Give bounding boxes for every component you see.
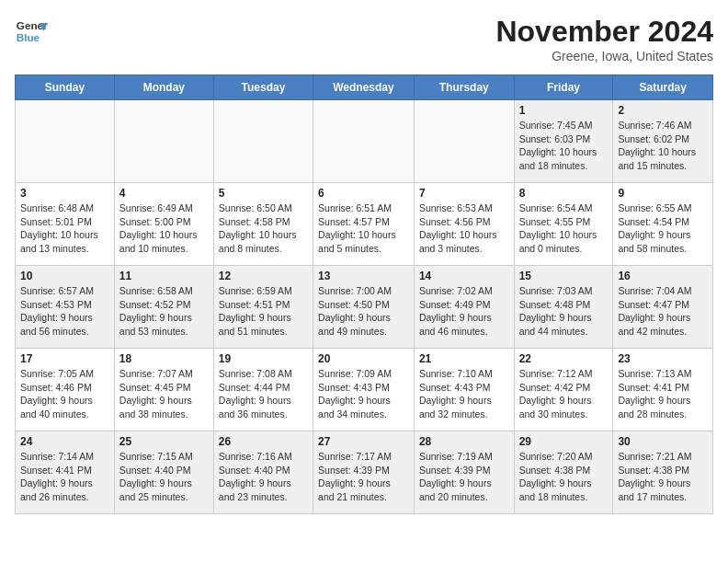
day-info: Sunrise: 7:13 AM Sunset: 4:41 PM Dayligh… — [618, 367, 708, 421]
day-number: 26 — [219, 435, 308, 448]
day-info: Sunrise: 6:50 AM Sunset: 4:58 PM Dayligh… — [219, 201, 308, 256]
day-number: 13 — [318, 270, 409, 282]
day-number: 11 — [119, 270, 209, 282]
calendar-cell: 5Sunrise: 6:50 AM Sunset: 4:58 PM Daylig… — [213, 183, 313, 266]
day-number: 10 — [20, 270, 109, 282]
day-number: 21 — [419, 352, 509, 365]
day-info: Sunrise: 6:58 AM Sunset: 4:52 PM Dayligh… — [119, 284, 209, 339]
calendar-cell: 12Sunrise: 6:59 AM Sunset: 4:51 PM Dayli… — [213, 266, 313, 349]
day-info: Sunrise: 6:51 AM Sunset: 4:57 PM Dayligh… — [318, 201, 409, 256]
day-number: 25 — [119, 435, 209, 448]
day-number: 14 — [419, 270, 509, 282]
day-number: 6 — [318, 187, 409, 200]
day-info: Sunrise: 7:02 AM Sunset: 4:49 PM Dayligh… — [419, 284, 509, 339]
calendar-cell: 10Sunrise: 6:57 AM Sunset: 4:53 PM Dayli… — [16, 266, 115, 349]
calendar-cell — [114, 100, 213, 183]
calendar-cell: 27Sunrise: 7:17 AM Sunset: 4:39 PM Dayli… — [313, 431, 415, 514]
calendar-cell: 29Sunrise: 7:20 AM Sunset: 4:38 PM Dayli… — [514, 431, 613, 514]
day-number: 2 — [618, 104, 708, 117]
calendar-cell: 28Sunrise: 7:19 AM Sunset: 4:39 PM Dayli… — [414, 431, 514, 514]
calendar-cell: 22Sunrise: 7:12 AM Sunset: 4:42 PM Dayli… — [514, 349, 613, 431]
day-info: Sunrise: 7:08 AM Sunset: 4:44 PM Dayligh… — [219, 367, 308, 421]
weekday-header-cell: Friday — [514, 75, 613, 100]
day-number: 29 — [519, 435, 609, 448]
calendar-cell: 6Sunrise: 6:51 AM Sunset: 4:57 PM Daylig… — [313, 183, 415, 266]
day-info: Sunrise: 7:20 AM Sunset: 4:38 PM Dayligh… — [519, 450, 609, 504]
calendar-cell: 18Sunrise: 7:07 AM Sunset: 4:45 PM Dayli… — [114, 349, 213, 431]
day-info: Sunrise: 6:48 AM Sunset: 5:01 PM Dayligh… — [20, 201, 109, 256]
calendar-cell: 30Sunrise: 7:21 AM Sunset: 4:38 PM Dayli… — [613, 431, 713, 514]
day-number: 8 — [519, 187, 609, 200]
day-info: Sunrise: 7:19 AM Sunset: 4:39 PM Dayligh… — [419, 450, 509, 504]
calendar-cell: 23Sunrise: 7:13 AM Sunset: 4:41 PM Dayli… — [613, 349, 713, 431]
month-title: November 2024 — [495, 15, 713, 49]
calendar-cell: 4Sunrise: 6:49 AM Sunset: 5:00 PM Daylig… — [114, 183, 213, 266]
weekday-header: SundayMondayTuesdayWednesdayThursdayFrid… — [16, 75, 713, 100]
day-number: 23 — [618, 352, 708, 365]
calendar-body: 1Sunrise: 7:45 AM Sunset: 6:03 PM Daylig… — [16, 100, 713, 514]
day-info: Sunrise: 7:00 AM Sunset: 4:50 PM Dayligh… — [318, 284, 409, 339]
day-number: 24 — [20, 435, 109, 448]
calendar-cell: 17Sunrise: 7:05 AM Sunset: 4:46 PM Dayli… — [16, 349, 115, 431]
day-info: Sunrise: 7:09 AM Sunset: 4:43 PM Dayligh… — [318, 367, 409, 421]
day-number: 9 — [618, 187, 708, 200]
calendar-cell: 3Sunrise: 6:48 AM Sunset: 5:01 PM Daylig… — [16, 183, 115, 266]
calendar-cell: 9Sunrise: 6:55 AM Sunset: 4:54 PM Daylig… — [613, 183, 713, 266]
day-info: Sunrise: 6:53 AM Sunset: 4:56 PM Dayligh… — [419, 201, 509, 256]
calendar-cell — [16, 100, 115, 183]
calendar-week: 1Sunrise: 7:45 AM Sunset: 6:03 PM Daylig… — [16, 100, 713, 183]
calendar-cell: 20Sunrise: 7:09 AM Sunset: 4:43 PM Dayli… — [313, 349, 415, 431]
day-info: Sunrise: 6:59 AM Sunset: 4:51 PM Dayligh… — [219, 284, 308, 339]
day-number: 5 — [219, 187, 308, 200]
header: General Blue November 2024 Greene, Iowa,… — [15, 15, 713, 63]
title-area: November 2024 Greene, Iowa, United State… — [495, 15, 713, 63]
calendar-cell: 1Sunrise: 7:45 AM Sunset: 6:03 PM Daylig… — [514, 100, 613, 183]
day-number: 1 — [519, 104, 609, 117]
weekday-header-cell: Thursday — [414, 75, 514, 100]
day-info: Sunrise: 6:54 AM Sunset: 4:55 PM Dayligh… — [519, 201, 609, 256]
day-info: Sunrise: 7:12 AM Sunset: 4:42 PM Dayligh… — [519, 367, 609, 421]
day-info: Sunrise: 7:04 AM Sunset: 4:47 PM Dayligh… — [618, 284, 708, 339]
day-info: Sunrise: 7:14 AM Sunset: 4:41 PM Dayligh… — [20, 450, 109, 504]
calendar-cell: 21Sunrise: 7:10 AM Sunset: 4:43 PM Dayli… — [414, 349, 514, 431]
weekday-header-cell: Monday — [114, 75, 213, 100]
day-number: 19 — [219, 352, 308, 365]
day-number: 16 — [618, 270, 708, 282]
day-info: Sunrise: 7:21 AM Sunset: 4:38 PM Dayligh… — [618, 450, 708, 504]
weekday-header-cell: Saturday — [613, 75, 713, 100]
calendar-cell: 8Sunrise: 6:54 AM Sunset: 4:55 PM Daylig… — [514, 183, 613, 266]
day-info: Sunrise: 7:46 AM Sunset: 6:02 PM Dayligh… — [618, 119, 708, 173]
calendar-cell: 16Sunrise: 7:04 AM Sunset: 4:47 PM Dayli… — [613, 266, 713, 349]
day-info: Sunrise: 7:10 AM Sunset: 4:43 PM Dayligh… — [419, 367, 509, 421]
day-info: Sunrise: 6:49 AM Sunset: 5:00 PM Dayligh… — [119, 201, 209, 256]
svg-text:Blue: Blue — [17, 31, 40, 43]
weekday-header-cell: Tuesday — [213, 75, 313, 100]
calendar-cell: 13Sunrise: 7:00 AM Sunset: 4:50 PM Dayli… — [313, 266, 415, 349]
calendar-cell: 11Sunrise: 6:58 AM Sunset: 4:52 PM Dayli… — [114, 266, 213, 349]
calendar-cell: 2Sunrise: 7:46 AM Sunset: 6:02 PM Daylig… — [613, 100, 713, 183]
day-info: Sunrise: 6:55 AM Sunset: 4:54 PM Dayligh… — [618, 201, 708, 256]
day-number: 7 — [419, 187, 509, 200]
logo: General Blue — [15, 15, 48, 48]
calendar-cell: 15Sunrise: 7:03 AM Sunset: 4:48 PM Dayli… — [514, 266, 613, 349]
day-number: 18 — [119, 352, 209, 365]
day-number: 4 — [119, 187, 209, 200]
day-number: 3 — [20, 187, 109, 200]
day-number: 27 — [318, 435, 409, 448]
calendar-week: 24Sunrise: 7:14 AM Sunset: 4:41 PM Dayli… — [16, 431, 713, 514]
calendar-week: 17Sunrise: 7:05 AM Sunset: 4:46 PM Dayli… — [16, 349, 713, 431]
calendar-cell: 25Sunrise: 7:15 AM Sunset: 4:40 PM Dayli… — [114, 431, 213, 514]
day-number: 17 — [20, 352, 109, 365]
day-info: Sunrise: 7:05 AM Sunset: 4:46 PM Dayligh… — [20, 367, 109, 421]
day-info: Sunrise: 7:03 AM Sunset: 4:48 PM Dayligh… — [519, 284, 609, 339]
day-number: 15 — [519, 270, 609, 282]
day-info: Sunrise: 7:45 AM Sunset: 6:03 PM Dayligh… — [519, 119, 609, 173]
day-info: Sunrise: 7:17 AM Sunset: 4:39 PM Dayligh… — [318, 450, 409, 504]
weekday-header-cell: Sunday — [16, 75, 115, 100]
location-title: Greene, Iowa, United States — [495, 49, 713, 63]
day-number: 20 — [318, 352, 409, 365]
day-info: Sunrise: 7:07 AM Sunset: 4:45 PM Dayligh… — [119, 367, 209, 421]
calendar-week: 10Sunrise: 6:57 AM Sunset: 4:53 PM Dayli… — [16, 266, 713, 349]
day-number: 28 — [419, 435, 509, 448]
calendar-cell: 24Sunrise: 7:14 AM Sunset: 4:41 PM Dayli… — [16, 431, 115, 514]
